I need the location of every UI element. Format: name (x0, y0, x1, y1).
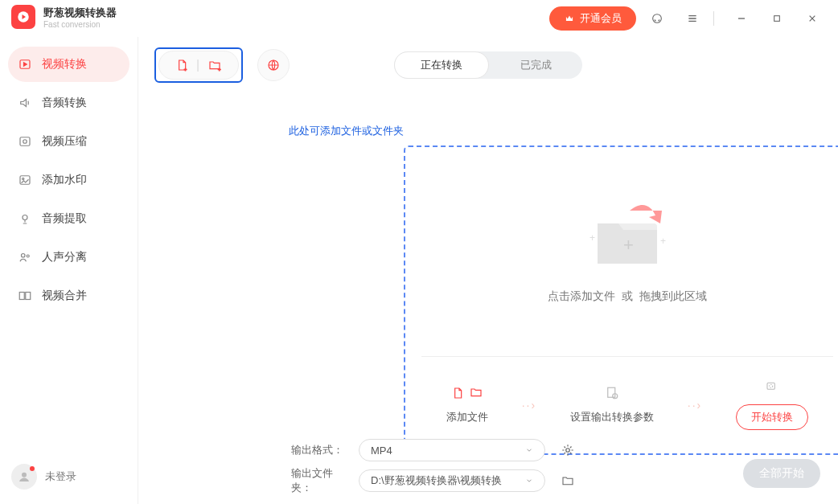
sidebar-item-add-watermark[interactable]: 添加水印 (8, 162, 129, 198)
main-area: + | + 正在转换 已完成 此处可添加文件或文件夹 (138, 37, 838, 504)
svg-text:+: + (623, 235, 634, 255)
add-watermark-icon (18, 173, 32, 187)
sidebar-item-audio-convert[interactable]: 音频转换 (8, 85, 129, 121)
video-convert-icon (18, 57, 32, 72)
app-title: 野葱视频转换器 (43, 6, 117, 20)
svg-point-25 (566, 449, 570, 453)
login-label: 未登录 (45, 469, 76, 484)
logo-icon (11, 5, 35, 29)
drop-folder-icon: + + + (583, 199, 672, 275)
nav-label: 添加水印 (42, 173, 87, 187)
svg-point-24 (770, 384, 773, 387)
sidebar-item-video-compress[interactable]: 视频压缩 (8, 124, 129, 159)
support-icon[interactable] (643, 4, 672, 33)
svg-point-13 (22, 473, 27, 477)
svg-rect-21 (608, 387, 615, 397)
chevron-down-icon (525, 477, 533, 485)
svg-rect-23 (767, 383, 774, 389)
step-set-params: 设置输出转换参数 (570, 386, 654, 424)
start-all-button[interactable]: 全部开始 (743, 459, 820, 488)
format-settings-button[interactable] (552, 443, 584, 457)
sidebar-item-voice-separation[interactable]: 人声分离 (8, 240, 129, 275)
voice-separation-icon (18, 250, 32, 264)
vip-label: 开通会员 (580, 11, 622, 26)
app-subtitle: Fast conversion (43, 20, 117, 29)
add-folder-icon: + (207, 59, 222, 72)
sidebar-item-video-merge[interactable]: 视频合并 (8, 278, 129, 313)
drop-prompt: 点击添加文件 或 拖拽到此区域 (548, 289, 707, 304)
avatar-icon (11, 464, 37, 490)
nav-label: 音频转换 (42, 96, 87, 110)
add-file-icon: + (175, 58, 188, 72)
svg-text:+: + (218, 67, 221, 72)
add-file-folder-button[interactable]: + | + (158, 51, 239, 80)
svg-point-9 (22, 254, 26, 258)
svg-text:+: + (184, 67, 187, 72)
open-folder-button[interactable] (552, 474, 584, 487)
output-format-label: 输出格式： (291, 443, 352, 457)
nav-label: 视频转换 (42, 57, 87, 72)
sidebar-item-video-convert[interactable]: 视频转换 (8, 47, 129, 82)
step-arrow-icon: ··› (522, 399, 536, 412)
svg-rect-1 (774, 16, 780, 22)
svg-text:+: + (589, 232, 595, 244)
svg-point-7 (23, 178, 24, 179)
step-start: 开始转换 (736, 380, 808, 430)
add-file-folder-highlight: + | + (154, 47, 243, 83)
svg-text:+: + (660, 236, 666, 247)
sidebar-item-audio-extract[interactable]: 音频提取 (8, 201, 129, 236)
nav-label: 视频合并 (42, 289, 87, 303)
settings-file-icon (604, 386, 620, 400)
tab-converting[interactable]: 正在转换 (394, 51, 489, 79)
close-button[interactable] (798, 4, 827, 33)
audio-convert-icon (18, 96, 32, 110)
nav-label: 音频提取 (42, 211, 87, 226)
audio-extract-icon (18, 211, 32, 226)
svg-rect-12 (26, 293, 31, 300)
drop-zone[interactable]: + + + 点击添加文件 或 拖拽到此区域 (404, 145, 838, 455)
add-hint-caption: 此处可添加文件或文件夹 (289, 124, 404, 138)
output-folder-select[interactable]: D:\野葱视频转换器\视频转换 (359, 469, 545, 492)
output-folder-label: 输出文件夹： (291, 466, 352, 495)
status-segmented: 正在转换 已完成 (394, 51, 582, 79)
open-vip-button[interactable]: 开通会员 (549, 6, 636, 31)
folder-add-icon (469, 386, 483, 399)
camera-icon (763, 380, 781, 393)
video-compress-icon (18, 134, 32, 149)
file-add-icon (451, 386, 464, 400)
user-login[interactable]: 未登录 (11, 464, 76, 490)
add-url-button[interactable] (257, 49, 290, 81)
sidebar: 野葱视频转换器 Fast conversion 视频转换音频转换视频压缩添加水印… (0, 37, 138, 504)
tab-completed[interactable]: 已完成 (489, 51, 582, 79)
svg-point-5 (23, 140, 27, 144)
start-convert-button[interactable]: 开始转换 (736, 404, 808, 430)
step-arrow-icon: ··› (688, 399, 702, 412)
chevron-down-icon (525, 446, 533, 454)
step-add-file: 添加文件 (446, 386, 488, 424)
minimize-button[interactable] (727, 4, 756, 33)
svg-rect-11 (19, 293, 24, 300)
video-merge-icon (18, 289, 32, 303)
menu-icon[interactable] (678, 4, 707, 33)
nav-label: 视频压缩 (42, 134, 87, 149)
svg-rect-4 (20, 137, 30, 146)
svg-point-8 (23, 215, 27, 220)
app-logo: 野葱视频转换器 Fast conversion (0, 5, 128, 40)
nav-label: 人声分离 (42, 250, 87, 264)
maximize-button[interactable] (762, 4, 791, 33)
svg-point-0 (653, 14, 662, 23)
separator (713, 11, 714, 26)
svg-point-10 (27, 255, 29, 257)
output-format-select[interactable]: MP4 (359, 439, 545, 461)
